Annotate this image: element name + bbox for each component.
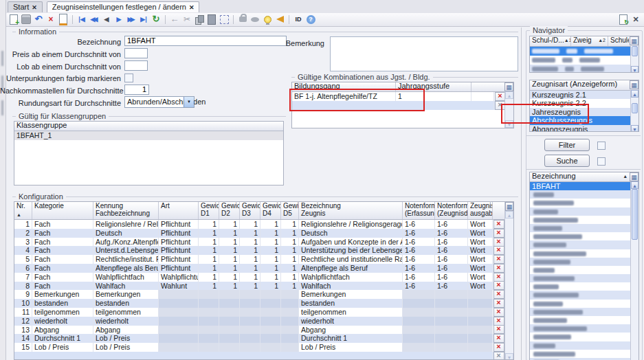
konfiguration-row-3[interactable]: 3FachAufg./Konz.AltenpflegePflichtunt111… xyxy=(14,238,513,247)
unterpunkt-checkbox[interactable] xyxy=(124,74,133,82)
suche-button[interactable]: Suche xyxy=(544,155,590,167)
column-header-g3[interactable]: Gewicht D4 xyxy=(260,202,281,219)
scroll-up-icon[interactable]: ▲ xyxy=(505,211,513,218)
konfiguration-row-8[interactable]: 8FachWahlfachWahlunt11111Wahlfach1-61-6W… xyxy=(14,282,513,291)
bezeichnung-item-redacted[interactable] xyxy=(530,249,639,258)
bezeichnung-list-header[interactable]: Bezeichnung xyxy=(532,172,576,181)
delete-row-icon[interactable]: × xyxy=(493,334,504,343)
school-row[interactable] xyxy=(530,56,639,65)
scroll-down-icon[interactable]: ▼ xyxy=(631,66,639,73)
schule-column-header[interactable]: Schule xyxy=(608,36,629,46)
delete-row-icon[interactable]: × xyxy=(493,343,504,352)
delete-row-icon[interactable]: × xyxy=(493,273,504,282)
help-icon[interactable]: ? xyxy=(304,13,317,25)
undo-icon[interactable]: ↶ xyxy=(32,13,45,25)
scroll-down-icon[interactable]: ▼ xyxy=(505,353,513,360)
konfiguration-row-15[interactable]: 15Lob / PreisLob / PreisLob / Preis× xyxy=(14,343,513,352)
scroll-up-icon[interactable]: ▲ xyxy=(631,181,639,189)
delete-row-icon[interactable]: × xyxy=(493,238,504,247)
edit-form-icon[interactable] xyxy=(57,13,69,25)
konfiguration-row-12[interactable]: 12wiederholtwiederholtwiederholt× xyxy=(14,317,513,326)
announce-horn-icon[interactable] xyxy=(274,13,286,25)
tab-zeugniseinstellungen[interactable]: Zeugniseinstellungen festlegen / ändern✕ xyxy=(47,1,200,12)
delete-row-icon[interactable]: × xyxy=(493,220,504,229)
column-header-g0[interactable]: Gewicht D1 xyxy=(199,202,219,219)
school-row[interactable] xyxy=(530,47,639,56)
close-pane-icon[interactable]: ✕ xyxy=(630,13,642,25)
bezeichnung-item-redacted[interactable] xyxy=(530,300,639,308)
scroll-thumb[interactable] xyxy=(632,189,638,240)
column-header-nf2[interactable]: Notenformat (Zeugnisdruck) xyxy=(435,202,468,219)
bezeichnung-item-redacted[interactable] xyxy=(530,333,639,341)
chevron-down-icon[interactable]: ▼ xyxy=(184,97,194,107)
nav-prev-fast-icon[interactable]: ◀◀ xyxy=(88,13,100,25)
bezeichnung-item-redacted[interactable] xyxy=(530,350,639,358)
column-picker-icon[interactable]: ▦ xyxy=(630,172,639,181)
preis-input[interactable] xyxy=(124,48,148,58)
nav-next-fast-icon[interactable]: ▶▶ xyxy=(125,13,137,25)
delete-row-icon[interactable]: × xyxy=(493,264,504,273)
scroll-up-icon[interactable]: ▲ xyxy=(505,91,513,99)
column-header-bezeichnung[interactable]: Bezeichnung Zeugnis xyxy=(299,202,403,219)
column-header-art[interactable]: Art xyxy=(159,202,199,219)
bezeichnung-item-redacted[interactable] xyxy=(530,274,639,282)
konfiguration-row-10[interactable]: 10bestandenbestandenbestanden× xyxy=(14,299,513,308)
bezeichnung-item-redacted[interactable] xyxy=(530,240,639,249)
scroll-up-icon[interactable]: ▲ xyxy=(631,90,639,98)
nav-last-icon[interactable]: ▶| xyxy=(137,13,150,25)
bezeichnung-item-redacted[interactable] xyxy=(530,282,639,291)
tab-start[interactable]: Start✕ xyxy=(8,1,43,12)
bezeichnung-item-redacted[interactable] xyxy=(530,258,639,266)
panel-refresh-icon[interactable]: ↻ xyxy=(617,13,630,25)
school-column-header[interactable]: Schul-/D... xyxy=(532,36,564,46)
konfiguration-row-14[interactable]: 14Durchschnitt 1Lob / PreisDurchschnitt … xyxy=(14,334,513,343)
bemerkung-textarea[interactable] xyxy=(330,36,518,71)
nav-next-icon[interactable]: ▶ xyxy=(113,13,125,25)
zweig-column-header[interactable]: Zweig xyxy=(573,36,592,46)
cut-icon[interactable]: ✂ xyxy=(181,13,193,25)
zeugnisart-scrollbar[interactable]: ▲ ▼ xyxy=(630,90,639,132)
konfiguration-row-6[interactable]: 6FachAltenpflege als BerufPflichtunt1111… xyxy=(14,264,513,273)
column-picker-icon[interactable]: ▦ xyxy=(504,82,513,91)
school-row[interactable] xyxy=(530,65,639,73)
delete-row-icon[interactable]: × xyxy=(493,246,504,255)
bezeichnung-item-redacted[interactable] xyxy=(530,232,639,240)
bezeichnung-item-redacted[interactable] xyxy=(530,190,639,199)
bezeichnung-item-redacted[interactable] xyxy=(530,316,639,324)
lob-input[interactable] xyxy=(124,60,148,71)
delete-row-icon[interactable]: × xyxy=(493,308,504,317)
save-icon[interactable] xyxy=(20,13,32,25)
selection-icon[interactable] xyxy=(218,13,230,25)
bezeichnung-item-redacted[interactable] xyxy=(530,224,639,232)
column-header-nr[interactable]: Nr. ▲ xyxy=(14,202,32,219)
klassengruppe-row[interactable]: 1BFAHT_1 xyxy=(14,131,283,140)
filter-checkbox[interactable] xyxy=(597,142,606,150)
delete-row-icon-disabled[interactable]: × xyxy=(493,352,504,360)
column-header-g1[interactable]: Gewicht D2 xyxy=(219,202,240,219)
new-record-icon[interactable]: + xyxy=(8,13,20,25)
filter-button[interactable]: Filter xyxy=(544,139,590,151)
refresh-icon[interactable]: ↻ xyxy=(150,13,162,25)
copy-icon[interactable] xyxy=(193,13,206,25)
bezeichnung-item-redacted[interactable] xyxy=(530,291,639,299)
delete-row-icon[interactable]: × xyxy=(493,299,504,308)
lock-icon[interactable] xyxy=(236,13,249,25)
konfiguration-new-row[interactable]: × xyxy=(14,352,513,360)
delete-row-icon[interactable]: × xyxy=(493,282,504,291)
column-header-g2[interactable]: Gewicht D3 xyxy=(240,202,260,219)
bezeichnung-item-redacted[interactable] xyxy=(530,199,639,207)
bezeichnung-item-selected[interactable]: 1BFAHT xyxy=(530,182,639,190)
nav-prev-icon[interactable]: ◀ xyxy=(100,13,113,25)
bezeichnung-scrollbar[interactable]: ▲ xyxy=(630,181,639,360)
bezeichnung-item-redacted[interactable] xyxy=(530,341,639,350)
konfiguration-row-7[interactable]: 7FachWahlpflichtfachWahlpflichtunt11111W… xyxy=(14,273,513,282)
back-arrow-icon[interactable]: ← xyxy=(168,13,181,25)
tab-close-icon[interactable]: ✕ xyxy=(32,4,37,11)
school-table-scrollbar[interactable]: ▼ xyxy=(630,46,639,73)
nachkomma-input[interactable] xyxy=(124,85,149,95)
zeugnisart-item-abgangszeugnis[interactable]: Abgangszeugnis xyxy=(530,125,639,132)
tab-close-icon[interactable]: ✕ xyxy=(189,4,195,11)
konfiguration-row-9[interactable]: 9BemerkungenBemerkungenBemerkungen× xyxy=(14,290,513,299)
column-header-ausgabe[interactable]: Zeugnis- ausgabe xyxy=(468,202,493,219)
column-header-kennung[interactable]: Kennung Fachbezeichnung xyxy=(93,202,159,219)
